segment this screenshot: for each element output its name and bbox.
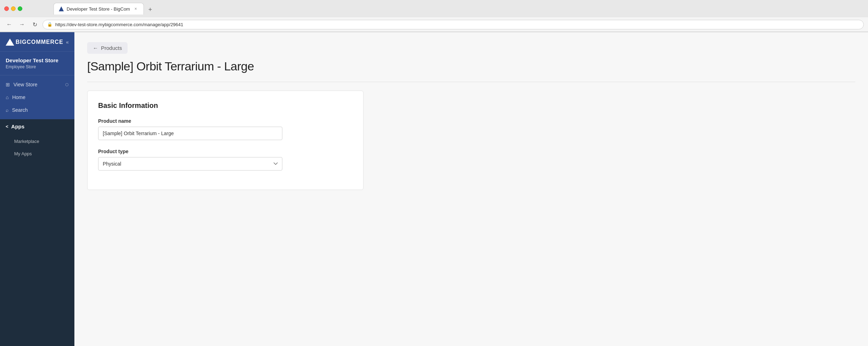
card-section-title: Basic Information [98, 102, 353, 110]
product-type-label: Product type [98, 149, 353, 154]
store-info: Developer Test Store Employee Store [0, 52, 74, 75]
sidebar-logo: BIGCOMMERCE [6, 39, 63, 46]
maximize-window-button[interactable] [18, 6, 22, 11]
apps-collapse-icon: < [6, 124, 9, 129]
product-type-group: Product type Physical Digital Gift Certi… [98, 149, 353, 171]
refresh-button[interactable]: ↻ [30, 19, 40, 29]
sidebar-item-view-store[interactable]: ⊞ View Store ⬡ [0, 78, 74, 91]
tab-bar: Developer Test Store - BigCom × + [25, 3, 184, 15]
tab-favicon-icon [59, 6, 64, 11]
forward-button[interactable]: → [17, 19, 27, 29]
breadcrumb-arrow-icon: ← [93, 45, 98, 51]
new-tab-button[interactable]: + [145, 5, 155, 15]
traffic-lights [4, 6, 22, 11]
page-title: [Sample] Orbit Terrarium - Large [87, 59, 855, 73]
sidebar-header: BIGCOMMERCE « [0, 32, 74, 52]
browser-titlebar: Developer Test Store - BigCom × + [0, 0, 868, 17]
store-name: Developer Test Store [6, 57, 69, 63]
apps-header[interactable]: < Apps [0, 119, 74, 134]
lock-icon: 🔒 [47, 22, 52, 27]
sidebar-item-my-apps[interactable]: My Apps [0, 148, 74, 160]
external-link-icon: ⬡ [65, 82, 69, 87]
divider [87, 82, 855, 82]
apps-submenu: Marketplace My Apps [0, 134, 74, 161]
browser-nav: ← → ↻ 🔒 https://dev-test-store.mybigcomm… [0, 17, 868, 32]
minimize-window-button[interactable] [11, 6, 16, 11]
apps-label: Apps [11, 123, 25, 129]
sidebar-item-search[interactable]: ⌕ Search [0, 104, 74, 116]
store-type: Employee Store [6, 64, 69, 69]
tab-title: Developer Test Store - BigCom [67, 6, 130, 12]
product-name-group: Product name [98, 118, 353, 140]
address-bar[interactable]: 🔒 https://dev-test-store.mybigcommerce.c… [43, 20, 864, 29]
browser-tab[interactable]: Developer Test Store - BigCom × [53, 3, 144, 15]
logo-text: BIGCOMMERCE [16, 39, 63, 45]
sidebar-item-label-home: Home [12, 94, 25, 100]
back-button[interactable]: ← [4, 19, 14, 29]
main-content: ← Products [Sample] Orbit Terrarium - La… [74, 32, 868, 346]
sidebar-item-marketplace[interactable]: Marketplace [0, 135, 74, 148]
sidebar-item-label-search: Search [12, 107, 28, 113]
sidebar: BIGCOMMERCE « Developer Test Store Emplo… [0, 32, 74, 346]
sidebar-apps-section: < Apps Marketplace My Apps [0, 119, 74, 346]
collapse-sidebar-button[interactable]: « [66, 39, 69, 45]
basic-information-card: Basic Information Product name Product t… [87, 91, 363, 190]
close-window-button[interactable] [4, 6, 9, 11]
logo-commerce: COMMERCE [27, 39, 63, 45]
search-icon: ⌕ [6, 107, 9, 113]
sidebar-nav: ⊞ View Store ⬡ ⌂ Home ⌕ Search [0, 75, 74, 119]
marketplace-label: Marketplace [14, 139, 39, 144]
logo-big: BIG [16, 39, 27, 45]
sidebar-item-home[interactable]: ⌂ Home [0, 91, 74, 104]
product-name-input[interactable] [98, 127, 282, 140]
home-icon: ⌂ [6, 94, 9, 100]
tab-close-button[interactable]: × [133, 6, 139, 12]
my-apps-label: My Apps [14, 151, 32, 156]
browser-chrome: Developer Test Store - BigCom × + ← → ↻ … [0, 0, 868, 32]
breadcrumb-button[interactable]: ← Products [87, 42, 128, 54]
product-name-label: Product name [98, 118, 353, 124]
product-type-select[interactable]: Physical Digital Gift Certificate [98, 157, 282, 171]
logo-triangle-icon [6, 39, 14, 46]
sidebar-item-label-view-store: View Store [13, 82, 37, 87]
store-icon: ⊞ [6, 82, 10, 87]
breadcrumb-label: Products [101, 45, 122, 51]
address-url: https://dev-test-store.mybigcommerce.com… [55, 22, 183, 27]
app-layout: BIGCOMMERCE « Developer Test Store Emplo… [0, 32, 868, 346]
